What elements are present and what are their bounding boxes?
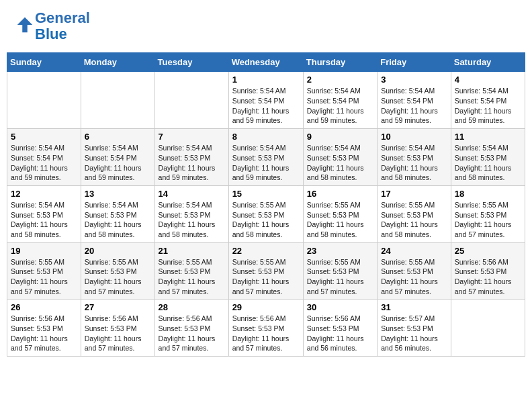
calendar-cell: 12Sunrise: 5:54 AMSunset: 5:53 PMDayligh…: [7, 185, 81, 242]
day-info: Sunrise: 5:54 AMSunset: 5:54 PMDaylight:…: [455, 86, 521, 126]
calendar-week-row: 5Sunrise: 5:54 AMSunset: 5:54 PMDaylight…: [7, 129, 525, 186]
day-number: 4: [455, 75, 521, 85]
day-info: Sunrise: 5:54 AMSunset: 5:53 PMDaylight:…: [455, 143, 521, 183]
day-info: Sunrise: 5:56 AMSunset: 5:53 PMDaylight:…: [85, 314, 151, 353]
logo: General Blue: [13, 10, 90, 42]
calendar-cell: 15Sunrise: 5:55 AMSunset: 5:53 PMDayligh…: [228, 185, 303, 242]
calendar-cell: [7, 72, 81, 129]
day-info: Sunrise: 5:55 AMSunset: 5:53 PMDaylight:…: [85, 257, 151, 297]
day-info: Sunrise: 5:55 AMSunset: 5:53 PMDaylight:…: [307, 257, 373, 297]
day-info: Sunrise: 5:56 AMSunset: 5:53 PMDaylight:…: [232, 314, 300, 353]
weekday-header: Thursday: [303, 53, 377, 72]
day-number: 27: [85, 302, 151, 312]
calendar-cell: 11Sunrise: 5:54 AMSunset: 5:53 PMDayligh…: [451, 129, 525, 186]
calendar-table: SundayMondayTuesdayWednesdayThursdayFrid…: [7, 52, 525, 357]
weekday-header: Sunday: [7, 53, 81, 72]
calendar-cell: 29Sunrise: 5:56 AMSunset: 5:53 PMDayligh…: [228, 300, 303, 357]
calendar-week-row: 19Sunrise: 5:55 AMSunset: 5:53 PMDayligh…: [7, 242, 525, 300]
day-number: 25: [455, 246, 521, 256]
day-number: 26: [11, 302, 77, 312]
day-info: Sunrise: 5:54 AMSunset: 5:54 PMDaylight:…: [381, 86, 447, 126]
calendar-cell: 9Sunrise: 5:54 AMSunset: 5:53 PMDaylight…: [303, 129, 377, 186]
day-info: Sunrise: 5:54 AMSunset: 5:53 PMDaylight:…: [232, 143, 300, 183]
day-number: 22: [232, 246, 300, 256]
day-info: Sunrise: 5:56 AMSunset: 5:53 PMDaylight:…: [455, 257, 521, 297]
calendar-cell: 7Sunrise: 5:54 AMSunset: 5:53 PMDaylight…: [154, 129, 228, 186]
day-number: 5: [11, 132, 77, 142]
day-info: Sunrise: 5:54 AMSunset: 5:54 PMDaylight:…: [232, 86, 300, 126]
day-number: 14: [159, 189, 225, 199]
day-info: Sunrise: 5:54 AMSunset: 5:53 PMDaylight:…: [11, 200, 77, 240]
calendar-cell: 16Sunrise: 5:55 AMSunset: 5:53 PMDayligh…: [303, 185, 377, 242]
calendar-cell: 3Sunrise: 5:54 AMSunset: 5:54 PMDaylight…: [378, 72, 451, 129]
calendar-cell: 1Sunrise: 5:54 AMSunset: 5:54 PMDaylight…: [228, 72, 303, 129]
day-info: Sunrise: 5:54 AMSunset: 5:53 PMDaylight:…: [159, 143, 225, 183]
day-info: Sunrise: 5:55 AMSunset: 5:53 PMDaylight:…: [307, 200, 373, 240]
weekday-header: Monday: [81, 53, 154, 72]
day-info: Sunrise: 5:54 AMSunset: 5:53 PMDaylight:…: [381, 143, 447, 183]
svg-marker-0: [17, 17, 33, 33]
calendar-cell: 25Sunrise: 5:56 AMSunset: 5:53 PMDayligh…: [451, 242, 525, 300]
day-info: Sunrise: 5:56 AMSunset: 5:53 PMDaylight:…: [307, 314, 373, 353]
day-number: 9: [307, 132, 373, 142]
day-number: 7: [159, 132, 225, 142]
calendar-cell: 5Sunrise: 5:54 AMSunset: 5:54 PMDaylight…: [7, 129, 81, 186]
calendar-week-row: 12Sunrise: 5:54 AMSunset: 5:53 PMDayligh…: [7, 185, 525, 242]
day-info: Sunrise: 5:55 AMSunset: 5:53 PMDaylight:…: [381, 257, 447, 297]
day-number: 29: [232, 302, 300, 312]
day-number: 10: [381, 132, 447, 142]
day-number: 31: [381, 302, 447, 312]
day-info: Sunrise: 5:54 AMSunset: 5:54 PMDaylight:…: [85, 143, 151, 183]
calendar-cell: [451, 300, 525, 357]
calendar-cell: [81, 72, 154, 129]
day-number: 28: [159, 302, 225, 312]
calendar-cell: 24Sunrise: 5:55 AMSunset: 5:53 PMDayligh…: [378, 242, 451, 300]
calendar-cell: 6Sunrise: 5:54 AMSunset: 5:54 PMDaylight…: [81, 129, 154, 186]
calendar-cell: 21Sunrise: 5:55 AMSunset: 5:53 PMDayligh…: [154, 242, 228, 300]
page-header: General Blue: [7, 7, 525, 46]
calendar-cell: [154, 72, 228, 129]
day-number: 24: [381, 246, 447, 256]
day-number: 2: [307, 75, 373, 85]
day-info: Sunrise: 5:55 AMSunset: 5:53 PMDaylight:…: [381, 200, 447, 240]
day-number: 18: [455, 189, 521, 199]
calendar-cell: 18Sunrise: 5:55 AMSunset: 5:53 PMDayligh…: [451, 185, 525, 242]
weekday-header: Saturday: [451, 53, 525, 72]
calendar-cell: 23Sunrise: 5:55 AMSunset: 5:53 PMDayligh…: [303, 242, 377, 300]
calendar-cell: 27Sunrise: 5:56 AMSunset: 5:53 PMDayligh…: [81, 300, 154, 357]
calendar-cell: 22Sunrise: 5:55 AMSunset: 5:53 PMDayligh…: [228, 242, 303, 300]
day-info: Sunrise: 5:55 AMSunset: 5:53 PMDaylight:…: [232, 200, 300, 240]
day-number: 8: [232, 132, 300, 142]
calendar-cell: 19Sunrise: 5:55 AMSunset: 5:53 PMDayligh…: [7, 242, 81, 300]
day-number: 13: [85, 189, 151, 199]
day-number: 16: [307, 189, 373, 199]
day-number: 20: [85, 246, 151, 256]
weekday-header: Tuesday: [154, 53, 228, 72]
day-number: 19: [11, 246, 77, 256]
day-info: Sunrise: 5:55 AMSunset: 5:53 PMDaylight:…: [232, 257, 300, 297]
calendar-week-row: 1Sunrise: 5:54 AMSunset: 5:54 PMDaylight…: [7, 72, 525, 129]
logo-icon: [15, 15, 35, 35]
day-info: Sunrise: 5:57 AMSunset: 5:53 PMDaylight:…: [381, 314, 447, 353]
logo-text: General Blue: [35, 10, 90, 42]
day-info: Sunrise: 5:54 AMSunset: 5:53 PMDaylight:…: [159, 200, 225, 240]
day-number: 3: [381, 75, 447, 85]
day-info: Sunrise: 5:56 AMSunset: 5:53 PMDaylight:…: [11, 314, 77, 353]
day-number: 23: [307, 246, 373, 256]
calendar-header-row: SundayMondayTuesdayWednesdayThursdayFrid…: [7, 53, 525, 72]
weekday-header: Wednesday: [228, 53, 303, 72]
calendar-week-row: 26Sunrise: 5:56 AMSunset: 5:53 PMDayligh…: [7, 300, 525, 357]
calendar-cell: 8Sunrise: 5:54 AMSunset: 5:53 PMDaylight…: [228, 129, 303, 186]
day-info: Sunrise: 5:55 AMSunset: 5:53 PMDaylight:…: [455, 200, 521, 240]
calendar-cell: 31Sunrise: 5:57 AMSunset: 5:53 PMDayligh…: [378, 300, 451, 357]
calendar-cell: 13Sunrise: 5:54 AMSunset: 5:53 PMDayligh…: [81, 185, 154, 242]
day-number: 30: [307, 302, 373, 312]
weekday-header: Friday: [378, 53, 451, 72]
calendar-cell: 28Sunrise: 5:56 AMSunset: 5:53 PMDayligh…: [154, 300, 228, 357]
calendar-cell: 30Sunrise: 5:56 AMSunset: 5:53 PMDayligh…: [303, 300, 377, 357]
day-number: 6: [85, 132, 151, 142]
calendar-cell: 17Sunrise: 5:55 AMSunset: 5:53 PMDayligh…: [378, 185, 451, 242]
day-number: 15: [232, 189, 300, 199]
day-info: Sunrise: 5:55 AMSunset: 5:53 PMDaylight:…: [159, 257, 225, 297]
calendar-cell: 20Sunrise: 5:55 AMSunset: 5:53 PMDayligh…: [81, 242, 154, 300]
